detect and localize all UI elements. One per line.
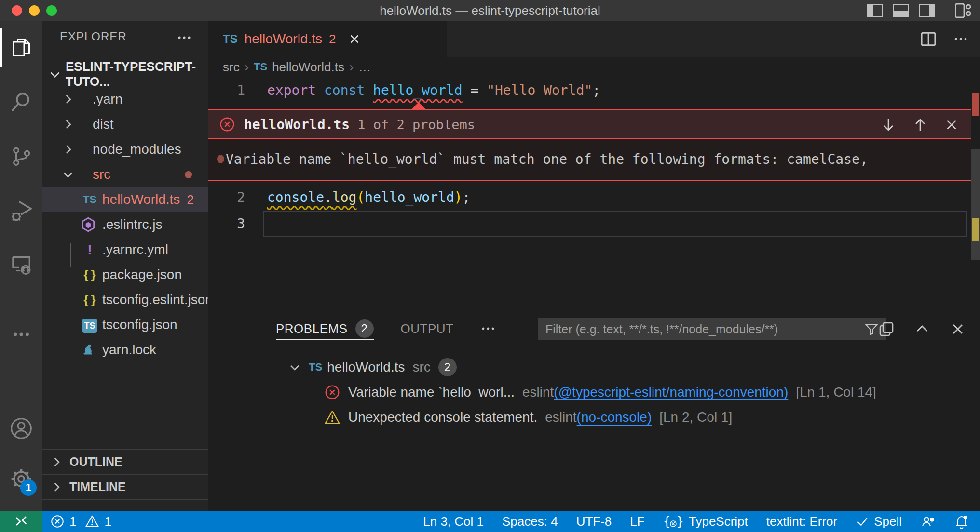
tab-label: helloWorld.ts — [245, 31, 322, 47]
tree-item-helloworld-ts[interactable]: TS helloWorld.ts 2 — [42, 187, 208, 212]
accounts-icon[interactable] — [0, 407, 42, 450]
tab-output[interactable]: OUTPUT — [401, 311, 454, 346]
explorer-icon[interactable] — [0, 26, 42, 69]
problem-row-warning[interactable]: Unexpected console statement. eslint (no… — [208, 405, 980, 430]
sidebar-title: EXPLORER — [60, 30, 127, 43]
tab-close-icon[interactable] — [347, 32, 362, 46]
code-token: ; — [463, 189, 471, 205]
status-bar: 1 1 Ln 3, Col 1 Spaces: 4 UTF-8 LF {} Ty… — [0, 511, 980, 532]
explorer-sidebar: EXPLORER ESLINT-TYPESCRIPT-TUTO... .yarn… — [42, 21, 208, 511]
toggle-primary-sidebar-icon[interactable] — [867, 4, 883, 17]
search-icon[interactable] — [0, 80, 42, 123]
code-area[interactable]: 1 exportconsthello_world="Hello World"; … — [208, 77, 980, 311]
tree-item-label: .yarnrc.yml — [102, 242, 168, 257]
tree-item-tsconfig-json[interactable]: TS tsconfig.json — [42, 312, 208, 337]
tab-problems-badge: 2 — [329, 32, 336, 47]
customize-layout-icon[interactable] — [955, 3, 971, 18]
sidebar-header: EXPLORER — [42, 21, 208, 53]
breadcrumb-symbol[interactable]: … — [358, 60, 371, 75]
explorer-more-actions-icon[interactable] — [177, 32, 192, 43]
error-icon — [219, 116, 235, 133]
panel-more-tabs-icon[interactable] — [480, 323, 496, 334]
split-editor-icon[interactable] — [920, 31, 937, 47]
current-line-highlight — [263, 211, 967, 237]
problem-row-error[interactable]: Variable name `hello_worl... eslint (@ty… — [208, 380, 980, 405]
cursor-position[interactable]: Ln 3, Col 1 — [414, 511, 493, 532]
json-file-icon: { } — [80, 293, 99, 307]
vscode-window: helloWorld.ts — eslint-typescript-tutori… — [0, 0, 980, 532]
tree-item-label: tsconfig.eslint.json — [102, 292, 213, 307]
next-problem-icon[interactable] — [881, 117, 896, 133]
window-title: helloWorld.ts — eslint-typescript-tutori… — [0, 0, 980, 21]
bottom-panel: PROBLEMS 2 OUTPUT TS helloWorld — [208, 311, 980, 511]
code-token: ( — [356, 189, 365, 205]
problems-file-group-row[interactable]: TS helloWorld.ts src 2 — [208, 355, 980, 380]
chevron-right-icon — [62, 118, 74, 131]
more-views-icon[interactable] — [0, 313, 42, 356]
language-mode[interactable]: {} TypeScript — [654, 511, 757, 532]
code-token-warning: console.log — [267, 189, 356, 205]
editor-scrollbar[interactable] — [971, 77, 980, 311]
code-token: "Hello World" — [487, 82, 592, 98]
project-root-row[interactable]: ESLINT-TYPESCRIPT-TUTO... — [42, 62, 208, 87]
previous-problem-icon[interactable] — [912, 117, 928, 133]
scrollbar-slider[interactable] — [971, 149, 980, 260]
toggle-panel-icon[interactable] — [893, 4, 909, 17]
tree-item-label: dist — [93, 117, 114, 132]
more-actions-icon[interactable] — [953, 33, 968, 45]
tree-item-node-modules-folder[interactable]: node_modules — [42, 137, 208, 162]
problem-rule-link[interactable]: (no-console) — [577, 410, 652, 425]
panel-tabs: PROBLEMS 2 OUTPUT — [276, 311, 496, 346]
breadcrumb: src › TS helloWorld.ts › … — [208, 57, 980, 77]
remote-indicator[interactable] — [0, 511, 42, 532]
problems-filter-input[interactable] — [538, 322, 864, 336]
tree-item-tsconfig-eslint-json[interactable]: { } tsconfig.eslint.json — [42, 287, 208, 312]
peek-actions — [881, 110, 959, 139]
tree-item-yarnrc-yml[interactable]: ! .yarnrc.yml — [42, 237, 208, 262]
tree-item-dist-folder[interactable]: dist — [42, 112, 208, 137]
problems-summary[interactable]: 1 1 — [50, 511, 111, 532]
typescript-file-icon: TS — [254, 61, 267, 73]
spell-checker[interactable]: Spell — [846, 511, 911, 532]
breadcrumb-folder[interactable]: src — [223, 60, 240, 75]
output-tab-label: OUTPUT — [401, 321, 454, 336]
tree-item-eslintrc-js[interactable]: .eslintrc.js — [42, 212, 208, 237]
source-control-icon[interactable] — [0, 134, 42, 178]
peek-body[interactable]: Variable name `hello_world` must match o… — [208, 139, 971, 179]
code-line-1: exportconsthello_world="Hello World"; — [267, 77, 600, 104]
tab-problems[interactable]: PROBLEMS 2 — [276, 311, 374, 346]
close-peek-icon[interactable] — [944, 118, 959, 132]
problem-position: [Ln 2, Col 1] — [659, 410, 732, 425]
tree-item-src-folder[interactable]: src — [42, 162, 208, 187]
notifications-bell-icon[interactable] — [945, 511, 971, 532]
braces-error-icon: {} — [663, 514, 684, 529]
close-panel-icon[interactable] — [950, 321, 966, 337]
feedback-icon[interactable] — [911, 511, 945, 532]
remote-explorer-icon[interactable] — [0, 243, 42, 286]
view-as-table-icon[interactable] — [879, 321, 894, 337]
problem-message: Unexpected console statement. — [348, 410, 537, 425]
run-debug-icon[interactable] — [0, 189, 42, 232]
eol-sequence[interactable]: LF — [621, 511, 653, 532]
tree-item-yarn-lock[interactable]: yarn.lock — [42, 337, 208, 362]
encoding[interactable]: UTF-8 — [567, 511, 621, 532]
error-icon — [324, 384, 340, 400]
maximize-panel-icon[interactable] — [914, 321, 930, 337]
tree-item-label: yarn.lock — [102, 342, 156, 358]
outline-section[interactable]: OUTLINE — [42, 449, 208, 474]
filter-funnel-icon[interactable] — [864, 321, 879, 337]
textlint-status[interactable]: textlint: Error — [757, 511, 846, 532]
settings-gear-icon[interactable]: 1 — [0, 457, 42, 501]
tab-helloworld-ts[interactable]: TS helloWorld.ts 2 — [208, 21, 447, 57]
typescript-file-icon: TS — [223, 32, 238, 46]
toggle-secondary-sidebar-icon[interactable] — [919, 4, 935, 17]
tree-item-package-json[interactable]: { } package.json — [42, 262, 208, 287]
peek-error-dot — [217, 155, 224, 163]
timeline-section[interactable]: TIMELINE — [42, 474, 208, 499]
tree-item-yarn-folder[interactable]: .yarn — [42, 87, 208, 112]
breadcrumb-file[interactable]: helloWorld.ts — [272, 60, 344, 75]
problem-rule-link[interactable]: (@typescript-eslint/naming-convention) — [554, 385, 788, 400]
indentation[interactable]: Spaces: 4 — [493, 511, 567, 532]
titlebar-separator — [945, 4, 945, 17]
peek-problem-count: 1 of 2 problems — [357, 117, 475, 132]
